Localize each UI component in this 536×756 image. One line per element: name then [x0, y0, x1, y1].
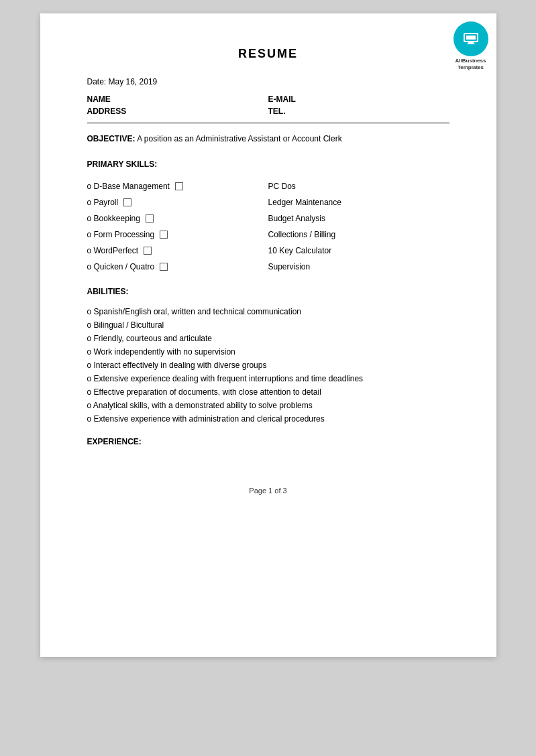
tel-label: TEL.: [268, 107, 449, 116]
page-footer: Page 1 of 3: [87, 487, 449, 495]
checkbox-6: [160, 263, 168, 271]
date-line: Date: May 16, 2019: [87, 77, 449, 86]
skill-left-1: o D-Base Management: [87, 180, 268, 193]
skill-left-6: o Quicken / Quatro: [87, 260, 268, 273]
experience-label: EXPERIENCE:: [87, 437, 449, 446]
header-divider: [87, 123, 449, 123]
name-label: NAME: [87, 94, 268, 104]
experience-section: EXPERIENCE:: [87, 437, 449, 446]
skill-right-6: Supervision: [268, 260, 449, 273]
logo-icon: [461, 29, 481, 49]
ability-7: o Analytical skills, with a demonstrated…: [87, 401, 449, 410]
skill-right-1: PC Dos: [268, 180, 449, 193]
objective-label: OBJECTIVE:: [87, 134, 136, 143]
logo-text: AllBusiness Templates: [455, 58, 486, 72]
checkbox-3: [146, 214, 154, 223]
primary-skills-label: PRIMARY SKILLS:: [87, 160, 449, 169]
checkbox-2: [123, 198, 131, 206]
ability-6: o Effective preparation of documents, wi…: [87, 387, 449, 397]
svg-rect-4: [467, 44, 475, 44]
skill-right-2: Ledger Maintenance: [268, 196, 449, 209]
ability-4: o Interact effectively in dealing with d…: [87, 361, 449, 370]
email-label: E-MAIL: [268, 94, 449, 104]
primary-skills-section: PRIMARY SKILLS: o D-Base Management PC D…: [87, 160, 449, 273]
skill-left-3: o Bookkeeping: [87, 212, 268, 225]
resume-title: RESUME: [87, 47, 449, 61]
skills-grid: o D-Base Management PC Dos o Payroll Led…: [87, 180, 449, 273]
ability-0: o Spanish/English oral, written and tech…: [87, 307, 449, 316]
ability-5: o Extensive experience dealing with freq…: [87, 374, 449, 383]
ability-8: o Extensive experience with administrati…: [87, 414, 449, 424]
ability-2: o Friendly, courteous and articulate: [87, 334, 449, 343]
svg-rect-2: [466, 36, 476, 40]
logo-container: AllBusiness Templates: [453, 21, 488, 72]
name-email-row: NAME E-MAIL: [87, 94, 449, 104]
abilities-section: ABILITIES: o Spanish/English oral, writt…: [87, 287, 449, 424]
checkbox-4: [160, 231, 168, 239]
svg-rect-3: [468, 42, 474, 44]
objective-section: OBJECTIVE: A position as an Administrati…: [87, 134, 449, 143]
checkbox-1: [175, 182, 183, 190]
logo-circle: [453, 21, 488, 56]
skill-right-4: Collections / Billing: [268, 228, 449, 241]
checkbox-5: [144, 247, 152, 255]
ability-1: o Bilingual / Bicultural: [87, 320, 449, 330]
skill-right-5: 10 Key Calculator: [268, 244, 449, 257]
resume-page: AllBusiness Templates RESUME Date: May 1…: [40, 13, 496, 657]
skill-left-4: o Form Processing: [87, 228, 268, 241]
skill-left-2: o Payroll: [87, 196, 268, 209]
address-tel-row: ADDRESS TEL.: [87, 107, 449, 116]
skill-left-5: o WordPerfect: [87, 244, 268, 257]
abilities-label: ABILITIES:: [87, 287, 449, 296]
ability-3: o Work independently with no supervision: [87, 347, 449, 357]
objective-text: A position as an Administrative Assistan…: [136, 134, 342, 143]
address-label: ADDRESS: [87, 107, 268, 116]
skill-right-3: Budget Analysis: [268, 212, 449, 225]
